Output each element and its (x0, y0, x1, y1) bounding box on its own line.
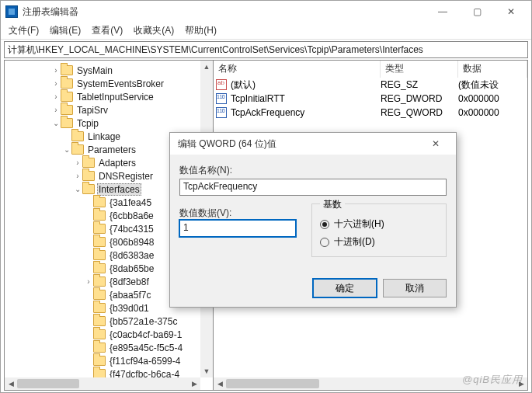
address-bar[interactable]: 计算机\HKEY_LOCAL_MACHINE\SYSTEM\CurrentCon… (4, 41, 528, 58)
window-title: 注册表编辑器 (23, 5, 426, 19)
tree-node[interactable]: ⌄Tcpip (8, 117, 200, 130)
folder-icon (93, 263, 106, 273)
scroll-down-icon[interactable]: ▼ (200, 365, 213, 377)
value-name-label: 数值名称(N): (179, 164, 447, 177)
expander-icon[interactable]: › (73, 172, 82, 180)
tree-node-label: DNSRegister (97, 171, 155, 182)
scroll-left-icon[interactable]: ◀ (214, 377, 226, 390)
value-name-input[interactable]: TcpAckFrequency (179, 179, 447, 196)
tree-node-label: {abaa5f7c (108, 290, 152, 301)
value-data-label: 数值数据(V): (179, 207, 296, 220)
tree-node-label: {8d6383ae (108, 250, 155, 261)
folder-icon (93, 237, 106, 247)
value-row[interactable]: (默认)REG_SZ(数值未设 (214, 78, 527, 92)
ok-button[interactable]: 确定 (313, 279, 377, 297)
minimize-button[interactable]: — (426, 1, 460, 23)
scroll-thumb[interactable] (226, 379, 319, 388)
tree-node[interactable]: {f11cf94a-6599-4 (8, 354, 200, 367)
expander-icon[interactable]: ⌄ (51, 119, 61, 127)
folder-icon (82, 184, 95, 194)
expander-icon[interactable]: › (73, 158, 82, 167)
dialog-body: 数值名称(N): TcpAckFrequency 数值数据(V): 1 基数 十… (170, 155, 456, 279)
tree-node[interactable]: {e895a45c-f5c5-4 (8, 341, 200, 354)
dialog-title-bar: 编辑 QWORD (64 位)值 ✕ (170, 133, 456, 155)
tree-node-label: {e895a45c-f5c5-4 (108, 343, 184, 353)
value-row[interactable]: TcpAckFrequencyREG_QWORD0x000000 (214, 106, 527, 120)
tree-node-label: {74bc4315 (108, 224, 155, 235)
expander-icon[interactable]: › (51, 92, 61, 101)
folder-icon (93, 224, 106, 234)
folder-icon (61, 92, 73, 102)
cell-type: REG_SZ (381, 79, 458, 90)
value-list[interactable]: (默认)REG_SZ(数值未设TcpInitialRTTREG_DWORD0x0… (214, 78, 527, 120)
string-value-icon (214, 79, 229, 90)
folder-icon (93, 329, 106, 339)
radio-hex-label: 十六进制(H) (334, 217, 384, 231)
tree-node-label: {8dab65be (108, 263, 155, 274)
radio-icon (320, 220, 329, 229)
folder-icon (61, 65, 73, 75)
value-data-input[interactable]: 1 (179, 220, 296, 237)
dialog-close-button[interactable]: ✕ (420, 133, 451, 155)
expander-icon[interactable]: › (51, 79, 61, 88)
tree-node[interactable]: ›TabletInputService (8, 90, 200, 103)
cell-data: (数值未设 (458, 78, 527, 92)
tree-node-label: Linkage (86, 131, 122, 142)
folder-icon (93, 250, 106, 260)
folder-icon (93, 210, 106, 221)
tree-node-label: {c0acb4cf-ba69-1 (108, 329, 183, 340)
expander-icon[interactable]: › (51, 106, 61, 114)
expander-icon[interactable]: › (51, 66, 61, 75)
scroll-up-icon[interactable]: ▲ (200, 61, 213, 73)
tree-node-label: {f47dcfbc-b6ca-4 (108, 369, 181, 378)
radio-dec-label: 十进制(D) (334, 235, 375, 249)
tree-node[interactable]: ›SysMain (8, 64, 200, 77)
cell-data: 0x000000 (458, 107, 527, 118)
radix-group: 基数 十六进制(H) 十进制(D) (311, 203, 447, 257)
tree-node-label: {f11cf94a-6599-4 (108, 356, 182, 367)
maximize-button[interactable]: ▢ (460, 1, 494, 23)
tree-node[interactable]: {f47dcfbc-b6ca-4 (8, 367, 200, 377)
folder-icon (93, 276, 106, 287)
folder-icon (71, 144, 84, 155)
tree-node-label: Adapters (97, 158, 137, 169)
scroll-right-icon[interactable]: ▶ (188, 377, 200, 390)
tree-node-label: {bb572a1e-375c (108, 316, 179, 327)
expander-icon[interactable]: ⌄ (73, 185, 82, 193)
cell-name: TcpAckFrequency (229, 107, 381, 118)
cell-type: REG_QWORD (381, 107, 458, 118)
value-row[interactable]: TcpInitialRTTREG_DWORD0x000000 (214, 92, 527, 106)
menu-favorites[interactable]: 收藏夹(A) (129, 23, 179, 38)
folder-icon (93, 343, 106, 353)
column-data[interactable]: 数据 (458, 61, 527, 78)
binary-value-icon (214, 107, 229, 118)
radio-icon (320, 238, 329, 247)
tree-node[interactable]: {bb572a1e-375c (8, 315, 200, 328)
folder-icon (61, 118, 73, 128)
menu-bar: 文件(F) 编辑(E) 查看(V) 收藏夹(A) 帮助(H) (1, 23, 531, 40)
tree-horizontal-scrollbar[interactable]: ◀ ▶ (5, 377, 200, 390)
radio-dec[interactable]: 十进制(D) (320, 235, 438, 249)
binary-value-icon (214, 93, 229, 104)
expander-icon[interactable]: ⌄ (62, 145, 71, 154)
tree-node[interactable]: ›SystemEventsBroker (8, 77, 200, 90)
tree-node-label: {6cbb8a6e (108, 210, 155, 221)
tree-node[interactable]: {c0acb4cf-ba69-1 (8, 328, 200, 341)
menu-view[interactable]: 查看(V) (87, 23, 127, 38)
cell-data: 0x000000 (458, 93, 527, 104)
menu-file[interactable]: 文件(F) (4, 23, 43, 38)
column-name[interactable]: 名称 (214, 61, 381, 78)
radio-hex[interactable]: 十六进制(H) (320, 217, 438, 231)
close-button[interactable]: ✕ (494, 1, 528, 23)
column-type[interactable]: 类型 (381, 61, 458, 78)
cancel-button[interactable]: 取消 (383, 279, 447, 297)
folder-icon (93, 356, 106, 366)
tree-node[interactable]: ›TapiSrv (8, 103, 200, 117)
expander-icon[interactable]: › (84, 277, 93, 286)
menu-edit[interactable]: 编辑(E) (45, 23, 85, 38)
scroll-thumb[interactable] (17, 379, 79, 388)
folder-icon (61, 105, 73, 115)
folder-icon (61, 78, 73, 89)
menu-help[interactable]: 帮助(H) (180, 23, 221, 38)
scroll-left-icon[interactable]: ◀ (5, 377, 17, 390)
